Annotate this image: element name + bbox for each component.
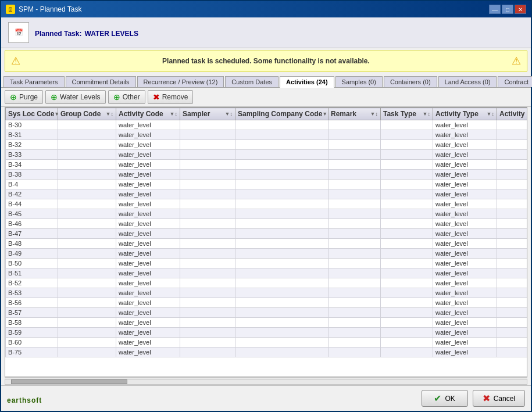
table-row[interactable]: B-49water_levelwater_level: [6, 249, 528, 259]
table-row[interactable]: B-48water_levelwater_level: [6, 239, 528, 249]
table-row[interactable]: B-44water_levelwater_level: [6, 199, 528, 209]
table-row[interactable]: B-45water_levelwater_level: [6, 209, 528, 219]
col-header-task-type[interactable]: Task Type ▼↕: [381, 108, 433, 120]
table-row[interactable]: B-4water_levelwater_level: [6, 180, 528, 189]
sort-icon-remark[interactable]: ▼↕: [370, 111, 378, 117]
table-row[interactable]: B-34water_levelwater_level: [6, 160, 528, 170]
sort-icon-sampler[interactable]: ▼↕: [225, 111, 233, 117]
table-row[interactable]: B-30water_levelwater_level: [6, 120, 528, 130]
table-cell: [235, 120, 329, 130]
table-cell: water_level: [433, 199, 497, 209]
tab-containers[interactable]: Containers (0): [384, 76, 437, 87]
col-actorder-label: Activity Order: [499, 110, 527, 118]
table-row[interactable]: B-53water_levelwater_level: [6, 288, 528, 298]
tab-samples[interactable]: Samples (0): [335, 76, 383, 87]
table-cell: [180, 278, 235, 288]
table-row[interactable]: B-32water_levelwater_level: [6, 140, 528, 150]
table-cell: [381, 150, 433, 160]
table-cell: water_level: [433, 298, 497, 308]
table-row[interactable]: B-50water_levelwater_level: [6, 259, 528, 268]
activities-table: Sys Loc Code ▼↕ Group Code ▼↕ Activity C…: [5, 108, 527, 357]
earthsoft-logo: earthsoft: [7, 391, 42, 406]
col-header-sampler[interactable]: Sampler ▼↕: [180, 108, 235, 120]
activities-table-container[interactable]: Sys Loc Code ▼↕ Group Code ▼↕ Activity C…: [5, 107, 527, 377]
sort-icon-tasktype[interactable]: ▼↕: [423, 111, 430, 117]
table-row[interactable]: B-60water_levelwater_level: [6, 338, 528, 347]
scrollbar-track[interactable]: [5, 379, 527, 385]
table-cell: [180, 308, 235, 318]
table-cell: [58, 328, 116, 338]
tab-recurrence[interactable]: Recurrence / Preview (12): [137, 76, 224, 87]
minimize-button[interactable]: —: [489, 5, 501, 14]
sort-icon-group[interactable]: ▼↕: [106, 111, 113, 117]
horizontal-scrollbar[interactable]: [5, 377, 527, 385]
col-header-activity-order[interactable]: Activity Order ▼: [497, 108, 528, 120]
col-header-activity-type[interactable]: Activity Type ▼↕: [433, 108, 497, 120]
sort-icon-acttype[interactable]: ▼↕: [487, 111, 494, 117]
table-row[interactable]: B-52water_levelwater_level: [6, 278, 528, 288]
ok-button[interactable]: ✔ OK: [422, 390, 468, 407]
title-bar: 🗓 SPM - Planned Task — □ ✕: [1, 1, 531, 17]
tab-custom-dates[interactable]: Custom Dates: [225, 76, 279, 87]
table-cell: [180, 239, 235, 249]
table-cell: [58, 347, 116, 357]
table-cell: [180, 288, 235, 298]
table-cell: [58, 338, 116, 347]
cancel-button[interactable]: ✖ Cancel: [473, 390, 525, 407]
table-cell: [497, 249, 528, 259]
table-cell: [235, 249, 329, 259]
water-levels-button[interactable]: ⊕ Water Levels: [45, 90, 106, 104]
tab-commitment-details[interactable]: Commitment Details: [66, 76, 136, 87]
col-header-activity-code[interactable]: Activity Code ▼↕: [116, 108, 180, 120]
table-cell: [497, 219, 528, 229]
sort-icon-sampling[interactable]: ▼↕: [322, 111, 328, 117]
table-cell: water_level: [433, 120, 497, 130]
tab-activities[interactable]: Activities (24): [280, 76, 334, 88]
tab-land-access[interactable]: Land Access (0): [438, 76, 497, 87]
table-row[interactable]: B-42water_levelwater_level: [6, 189, 528, 199]
purge-button[interactable]: ⊕ Purge: [5, 90, 43, 104]
table-row[interactable]: B-38water_levelwater_level: [6, 170, 528, 180]
table-cell: [381, 288, 433, 298]
tab-task-parameters[interactable]: Task Parameters: [3, 76, 65, 87]
remove-button[interactable]: ✖ Remove: [148, 90, 194, 104]
scrollbar-thumb[interactable]: [11, 379, 127, 384]
col-header-sampling-company[interactable]: Sampling Company Code ▼↕: [235, 108, 329, 120]
table-cell: [235, 170, 329, 180]
table-cell: water_level: [116, 199, 180, 209]
title-prefix: Planned Task:: [35, 30, 81, 38]
maximize-button[interactable]: □: [502, 5, 513, 14]
other-button[interactable]: ⊕ Other: [108, 90, 145, 104]
table-row[interactable]: B-47water_levelwater_level: [6, 229, 528, 239]
table-row[interactable]: B-33water_levelwater_level: [6, 150, 528, 160]
table-cell: water_level: [433, 268, 497, 278]
table-cell: [235, 130, 329, 140]
table-row[interactable]: B-31water_levelwater_level: [6, 130, 528, 140]
col-remark-label: Remark: [331, 110, 356, 118]
table-row[interactable]: B-59water_levelwater_level: [6, 328, 528, 338]
table-row[interactable]: B-57water_levelwater_level: [6, 308, 528, 318]
table-cell: [329, 347, 381, 357]
tab-contract[interactable]: Contract: [498, 76, 532, 87]
table-cell: [329, 288, 381, 298]
col-header-sys-loc[interactable]: Sys Loc Code ▼↕: [6, 108, 58, 120]
table-row[interactable]: B-56water_levelwater_level: [6, 298, 528, 308]
table-row[interactable]: B-51water_levelwater_level: [6, 268, 528, 278]
table-cell: [329, 259, 381, 268]
table-cell: [497, 318, 528, 328]
table-cell: water_level: [116, 120, 180, 130]
table-cell: [180, 160, 235, 170]
table-cell: [58, 140, 116, 150]
table-row[interactable]: B-58water_levelwater_level: [6, 318, 528, 328]
table-row[interactable]: B-75water_levelwater_level: [6, 347, 528, 357]
table-row[interactable]: B-46water_levelwater_level: [6, 219, 528, 229]
sort-icon-activity[interactable]: ▼↕: [170, 111, 177, 117]
sort-icon-sys[interactable]: ▼↕: [54, 111, 58, 117]
table-cell: [497, 288, 528, 298]
close-button[interactable]: ✕: [515, 5, 526, 14]
table-cell: water_level: [116, 347, 180, 357]
table-cell: water_level: [433, 318, 497, 328]
table-cell: [497, 150, 528, 160]
col-header-group[interactable]: Group Code ▼↕: [58, 108, 116, 120]
col-header-remark[interactable]: Remark ▼↕: [329, 108, 381, 120]
